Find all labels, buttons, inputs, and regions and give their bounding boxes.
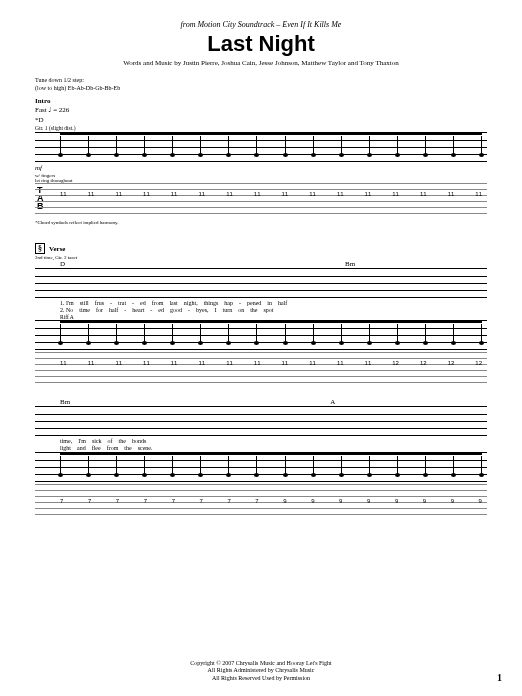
intro-label: Intro <box>35 97 487 105</box>
copyright-line2: All Rights Administered by Chrysalis Mus… <box>35 667 487 675</box>
copyright-footer: Copyright © 2007 Chrysalis Music and Hoo… <box>35 660 487 683</box>
segno-icon: § <box>35 243 45 254</box>
vocal-staff-3 <box>35 406 487 436</box>
tab-numbers-3: 7777777799999999 <box>60 498 482 504</box>
vocal-staff: ～～～～～～～～～ <box>35 268 487 298</box>
chord-bm: Bm <box>345 260 355 268</box>
intro-system: Intro Fast ♩ = 226 *D Gtr. 1 (slight dis… <box>35 97 487 225</box>
tab-staff-3: 7777777799999999 <box>35 484 487 518</box>
chord-a-3: A <box>330 398 335 406</box>
tie-curve: ～～～～～～～～～ <box>60 261 337 265</box>
chord-row-3: Bm A <box>60 398 487 406</box>
lyrics-3-1: time,I'msickofthebonds <box>60 438 487 444</box>
from-prefix: from Motion City Soundtrack – <box>181 20 281 29</box>
chord-footnote: *Chord symbols reflect implied harmony. <box>35 220 487 225</box>
guitar-staff-3 <box>35 452 487 482</box>
verse-header: § Verse <box>35 237 487 255</box>
tab-numbers: 11111111111111111111111111111111 <box>60 191 482 197</box>
guitar-label: Gtr. 1 (slight dist.) <box>35 125 487 131</box>
verse-tab-staff: 11111111111111111111111112121212 <box>35 352 487 386</box>
verse-system: § Verse 2nd time, Gtr. 2 tacet D Bm ～～～～… <box>35 237 487 386</box>
album-name: Even If It Kills Me <box>282 20 341 29</box>
guitar-staff <box>35 320 487 350</box>
page-number: 1 <box>497 672 502 683</box>
credits: Words and Music by Justin Pierre, Joshua… <box>35 59 487 67</box>
tuning-line1: Tune down 1/2 step: <box>35 77 487 85</box>
chord-bm-3: Bm <box>60 398 70 406</box>
lyrics-line2: 2. Notimeforhalf-heart-edgood-byes,Iturn… <box>60 307 487 313</box>
verse-tab-numbers: 11111111111111111111111112121212 <box>60 360 482 366</box>
copyright-line1: Copyright © 2007 Chrysalis Music and Hoo… <box>35 660 487 668</box>
copyright-line3: All Rights Reserved Used by Permission <box>35 675 487 683</box>
song-title: Last Night <box>35 31 487 57</box>
notation-staff <box>35 132 487 162</box>
from-line: from Motion City Soundtrack – Even If It… <box>35 20 487 29</box>
system-3: Bm A time,I'msickofthebonds lightandflee… <box>35 398 487 518</box>
dynamic-marking: mf <box>35 164 487 172</box>
lyrics-line1: 1. I'mstillfrus-trat-edfromlastnight,thi… <box>60 300 487 306</box>
notes-row <box>60 136 482 154</box>
sheet-header: from Motion City Soundtrack – Even If It… <box>35 20 487 67</box>
tempo-marking: Fast ♩ = 226 <box>35 106 487 114</box>
intro-chord: *D <box>35 116 487 124</box>
tuning-line2: (low to high) Eb-Ab-Db-Gb-Bb-Eb <box>35 85 487 93</box>
tab-staff: TAB 11111111111111111111111111111111 <box>35 183 487 217</box>
lyrics-3-2: lightandfleefromthescene. <box>60 445 487 451</box>
verse-label: Verse <box>49 245 65 253</box>
tuning-note: Tune down 1/2 step: (low to high) Eb-Ab-… <box>35 77 487 93</box>
